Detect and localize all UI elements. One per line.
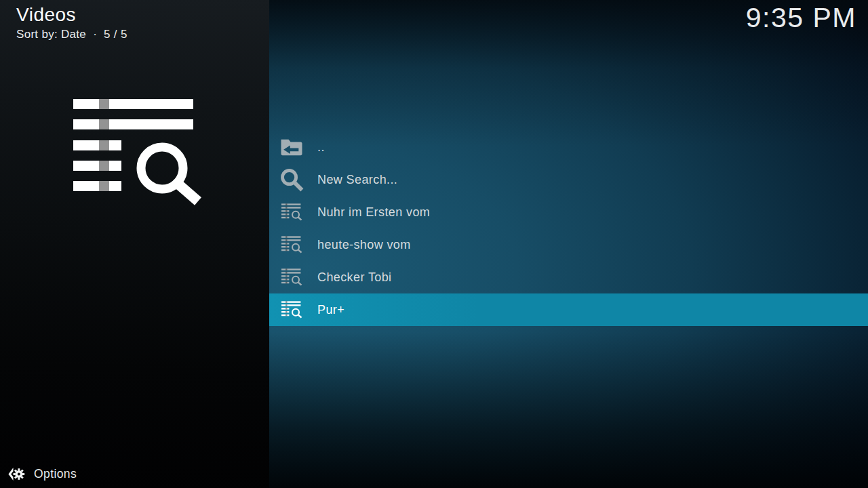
sort-by-label: Sort by: Date: [16, 28, 86, 41]
search-history-icon: [279, 232, 304, 258]
file-list: .. New Search... Nuhr im Ersten vom heut…: [269, 131, 868, 326]
item-label: Pur+: [317, 303, 344, 317]
list-item[interactable]: ..: [269, 131, 868, 163]
separator-dot: ·: [93, 28, 97, 41]
item-label: Checker Tobi: [317, 270, 392, 285]
item-label: Nuhr im Ersten vom: [317, 205, 430, 220]
item-label: ..: [317, 140, 325, 155]
search-history-icon: [279, 264, 304, 290]
sidebar-panel: Videos Sort by: Date·5 / 5 Options: [0, 0, 269, 488]
search-history-icon: [279, 297, 304, 323]
content-panel: 9:35 PM .. New Search... Nuhr im Ersten …: [269, 0, 868, 488]
item-label: New Search...: [317, 173, 397, 187]
folder-back-icon: [279, 134, 304, 160]
search-icon: [279, 167, 304, 192]
list-item[interactable]: Nuhr im Ersten vom: [269, 196, 868, 228]
page-header: Videos Sort by: Date·5 / 5: [16, 4, 127, 41]
item-position: 5 / 5: [104, 28, 127, 41]
list-item[interactable]: New Search...: [269, 163, 868, 196]
search-history-icon: [279, 199, 304, 225]
sort-status: Sort by: Date·5 / 5: [16, 28, 127, 41]
list-item[interactable]: heute-show vom: [269, 228, 868, 261]
clock: 9:35 PM: [746, 2, 856, 34]
gear-icon: [7, 466, 25, 483]
search-history-icon: [73, 99, 204, 205]
page-title: Videos: [16, 4, 127, 26]
item-label: heute-show vom: [317, 238, 411, 252]
list-item[interactable]: Checker Tobi: [269, 261, 868, 293]
options-button[interactable]: Options: [7, 466, 77, 483]
list-item[interactable]: Pur+: [269, 293, 868, 326]
options-label: Options: [34, 467, 77, 481]
